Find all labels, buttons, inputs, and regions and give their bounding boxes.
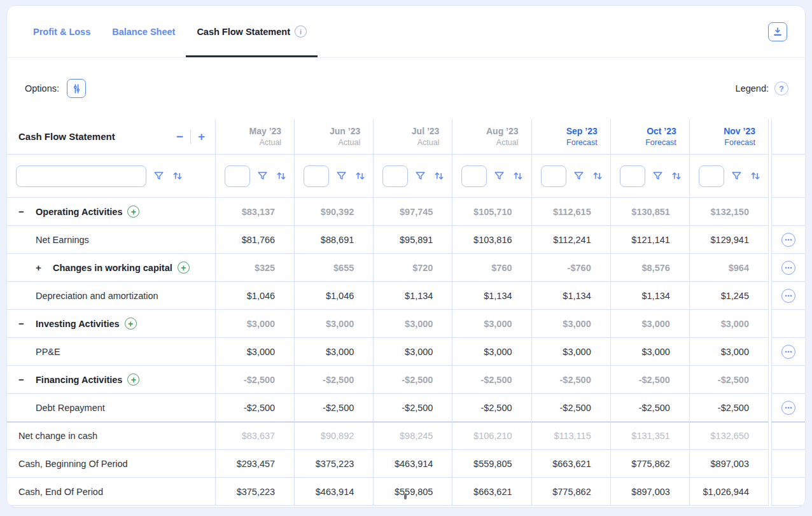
sort-icon[interactable] — [275, 170, 288, 182]
row-label-cell-investing-activities: −Investing Activities+ — [7, 310, 216, 338]
add-line-item-button[interactable]: + — [127, 373, 139, 386]
table-row-financing-activities: −Financing Activities+-$2,500-$2,500-$2,… — [7, 366, 805, 394]
sort-icon[interactable] — [433, 170, 445, 182]
row-label-cell-debt-repayment: Debt Repayment — [7, 394, 216, 422]
row-collapse-toggle[interactable]: − — [18, 206, 36, 217]
value-cell-financing-activities-jul-23: -$2,500 — [374, 366, 452, 394]
filter-cell-jun-23 — [295, 155, 374, 198]
filter-icon[interactable] — [652, 170, 664, 182]
value-cell-cash-end-of-period-aug-23: $663,621 — [452, 478, 531, 506]
sort-icon[interactable] — [354, 170, 367, 182]
value-cell-operating-activities-may-23: $83,137 — [216, 198, 295, 226]
value-cell-investing-activities-sep-23: $3,000 — [532, 310, 611, 338]
help-icon[interactable]: ? — [774, 81, 788, 95]
expand-all-button[interactable]: + — [197, 130, 206, 143]
column-period-label: Forecast — [645, 138, 676, 147]
row-label: Operating Activities — [36, 207, 122, 217]
options-button[interactable] — [67, 79, 86, 98]
sort-icon[interactable] — [171, 170, 184, 182]
add-line-item-button[interactable]: + — [125, 317, 137, 330]
value-cell-pp-e-jul-23: $3,000 — [374, 338, 452, 366]
filter-input-jun-23[interactable] — [304, 165, 329, 187]
value-cell-net-earnings-may-23: $81,766 — [216, 226, 295, 254]
filter-icon[interactable] — [335, 170, 347, 182]
filter-icon[interactable] — [493, 170, 505, 182]
tab-balance-sheet[interactable]: Balance Sheet — [101, 6, 186, 57]
value-cell-net-change-in-cash-aug-23: $106,210 — [452, 422, 531, 450]
filter-icon[interactable] — [731, 170, 743, 182]
label-filter-input[interactable] — [16, 165, 146, 187]
row-actions-cell — [771, 310, 805, 338]
sort-icon[interactable] — [749, 170, 762, 182]
filter-input-nov-23[interactable] — [699, 165, 724, 187]
header-divider — [190, 130, 191, 144]
row-collapse-toggle[interactable]: − — [18, 374, 36, 385]
filter-icon[interactable] — [153, 170, 165, 182]
value-cell-investing-activities-jun-23: $3,000 — [295, 310, 374, 338]
add-line-item-button[interactable]: + — [178, 261, 190, 274]
row-actions-button[interactable]: ⋯ — [781, 261, 795, 275]
sliders-icon — [71, 83, 82, 94]
value-cell-net-earnings-nov-23: $129,941 — [690, 226, 769, 254]
filter-input-aug-23[interactable] — [461, 165, 487, 187]
column-header-jun-23: Jun ’23Actual — [295, 119, 374, 155]
tab-profit-loss[interactable]: Profit & Loss — [22, 6, 101, 57]
column-month-label: Nov ’23 — [724, 126, 755, 136]
value-cell-debt-repayment-sep-23: -$2,500 — [532, 394, 611, 422]
column-period-label: Actual — [496, 138, 519, 147]
row-actions-cell — [771, 198, 805, 226]
info-icon[interactable]: i — [295, 25, 307, 38]
collapse-all-button[interactable]: − — [175, 130, 185, 143]
tab-cash-flow-statement-label: Cash Flow Statement — [197, 27, 290, 37]
filter-input-jul-23[interactable] — [382, 165, 408, 187]
row-label-cell-financing-activities: −Financing Activities+ — [7, 366, 216, 394]
row-actions-button[interactable]: ⋯ — [781, 401, 795, 415]
row-label: Cash, Beginning Of Period — [18, 459, 128, 469]
value-cell-cash-end-of-period-jul-23: $559,805 — [374, 478, 452, 506]
value-cell-changes-in-working-capital-sep-23: -$760 — [532, 254, 611, 282]
sort-icon[interactable] — [512, 170, 524, 182]
value-cell-depreciation-and-amortization-sep-23: $1,134 — [532, 282, 611, 310]
add-line-item-button[interactable]: + — [127, 206, 139, 218]
value-cell-net-earnings-aug-23: $103,816 — [452, 226, 531, 254]
row-actions-button[interactable]: ⋯ — [781, 233, 795, 247]
column-period-label: Forecast — [724, 138, 755, 147]
row-expand-toggle[interactable]: + — [36, 262, 53, 273]
row-collapse-toggle[interactable]: − — [18, 318, 36, 329]
column-month-label: Sep ’23 — [566, 126, 598, 136]
filter-icon[interactable] — [414, 170, 426, 182]
value-cell-financing-activities-sep-23: -$2,500 — [532, 366, 611, 394]
filter-icon[interactable] — [256, 170, 269, 182]
row-actions-button[interactable]: ⋯ — [781, 289, 795, 303]
value-cell-debt-repayment-jun-23: -$2,500 — [295, 394, 374, 422]
value-cell-cash-beginning-of-period-aug-23: $559,805 — [452, 450, 531, 478]
filter-input-may-23[interactable] — [225, 165, 250, 187]
row-label-cell-changes-in-working-capital: +Changes in working capital+ — [7, 254, 216, 282]
row-actions-cell — [771, 366, 805, 394]
download-button[interactable] — [768, 22, 787, 41]
column-month-label: May ’23 — [249, 126, 282, 136]
row-actions-button[interactable]: ⋯ — [781, 345, 795, 359]
legend-wrap: Legend: ? — [736, 81, 788, 95]
row-actions-cell: ⋯ — [771, 254, 805, 282]
column-resize-handle[interactable] — [404, 494, 407, 499]
row-label-cell-net-change-in-cash: Net change in cash — [7, 422, 216, 450]
tab-cash-flow-statement[interactable]: Cash Flow Statement i — [186, 6, 318, 57]
filter-input-sep-23[interactable] — [541, 165, 566, 187]
value-cell-cash-beginning-of-period-jul-23: $463,914 — [374, 450, 452, 478]
table-filter-row — [7, 155, 805, 198]
value-cell-cash-beginning-of-period-nov-23: $897,003 — [690, 450, 769, 478]
filter-icon[interactable] — [573, 170, 585, 182]
column-header-oct-23: Oct ’23Forecast — [611, 119, 690, 155]
sort-icon[interactable] — [670, 170, 683, 182]
report-tabbar: Profit & Loss Balance Sheet Cash Flow St… — [7, 6, 805, 58]
value-cell-depreciation-and-amortization-aug-23: $1,134 — [452, 282, 531, 310]
value-cell-operating-activities-nov-23: $132,150 — [690, 198, 769, 226]
value-cell-cash-end-of-period-oct-23: $897,003 — [611, 478, 690, 506]
filter-input-oct-23[interactable] — [620, 165, 645, 187]
sort-icon[interactable] — [591, 170, 604, 182]
table-row-net-change-in-cash: Net change in cash$83,637$90,892$98,245$… — [7, 422, 805, 450]
table-row-debt-repayment: Debt Repayment-$2,500-$2,500-$2,500-$2,5… — [7, 394, 805, 422]
column-month-label: Aug ’23 — [486, 126, 519, 136]
options-bar: Options: Legend: ? — [7, 58, 805, 119]
